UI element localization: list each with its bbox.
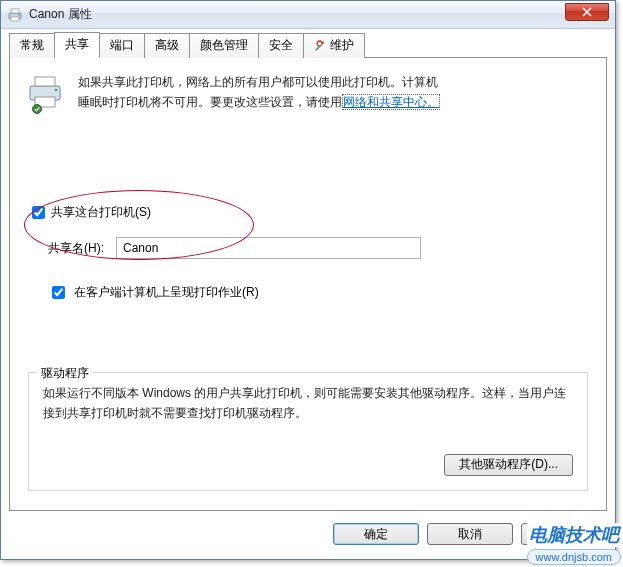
share-section: 共享这台打印机(S) 共享名(H): 在客户端计算机上呈现打印作业(R) <box>26 204 590 302</box>
render-client-checkbox[interactable] <box>52 286 65 299</box>
tab-general[interactable]: 常规 <box>9 33 55 58</box>
drivers-group: 驱动程序 如果运行不同版本 Windows 的用户共享此打印机，则可能需要安装其… <box>28 372 588 491</box>
svg-point-3 <box>18 14 20 16</box>
svg-rect-5 <box>35 77 55 86</box>
drivers-text: 如果运行不同版本 Windows 的用户共享此打印机，则可能需要安装其他驱动程序… <box>43 383 573 424</box>
wrench-icon <box>314 40 326 52</box>
window-title: Canon 属性 <box>29 6 92 23</box>
info-text: 如果共享此打印机，网络上的所有用户都可以使用此打印机。计算机 睡眠时打印机将不可… <box>78 72 440 114</box>
cancel-button[interactable]: 取消 <box>427 523 513 545</box>
share-name-input[interactable] <box>116 237 421 259</box>
properties-dialog: Canon 属性 常规 共享 端口 高级 颜色管理 安全 维护 <box>0 0 616 560</box>
tab-maintenance[interactable]: 维护 <box>303 33 365 58</box>
client-area: 常规 共享 端口 高级 颜色管理 安全 维护 <box>9 35 607 551</box>
ok-button[interactable]: 确定 <box>333 523 419 545</box>
share-printer-row[interactable]: 共享这台打印机(S) <box>32 204 590 221</box>
additional-drivers-button[interactable]: 其他驱动程序(D)... <box>444 454 573 476</box>
close-button[interactable] <box>565 3 609 21</box>
drivers-legend: 驱动程序 <box>37 365 93 382</box>
tab-advanced[interactable]: 高级 <box>144 33 190 58</box>
svg-rect-1 <box>11 9 19 13</box>
tab-color[interactable]: 颜色管理 <box>189 33 259 58</box>
network-center-link[interactable]: 网络和共享中心。 <box>342 94 440 110</box>
svg-point-8 <box>33 105 42 114</box>
share-printer-label: 共享这台打印机(S) <box>51 204 151 221</box>
svg-rect-2 <box>11 17 19 21</box>
svg-point-7 <box>55 89 58 92</box>
printer-share-icon <box>26 72 68 114</box>
watermark-url: www.dnjsb.com <box>527 549 621 565</box>
tab-sharing[interactable]: 共享 <box>54 32 100 58</box>
printer-icon <box>7 7 23 23</box>
info-row: 如果共享此打印机，网络上的所有用户都可以使用此打印机。计算机 睡眠时打印机将不可… <box>26 72 590 114</box>
share-printer-checkbox[interactable] <box>32 206 45 219</box>
tab-ports[interactable]: 端口 <box>99 33 145 58</box>
tab-security[interactable]: 安全 <box>258 33 304 58</box>
title-bar[interactable]: Canon 属性 <box>1 1 615 29</box>
render-client-row[interactable]: 在客户端计算机上呈现打印作业(R) <box>48 283 590 302</box>
share-name-row: 共享名(H): <box>48 237 590 259</box>
watermark: 电脑技术吧 www.dnjsb.com <box>527 523 621 565</box>
close-icon <box>582 7 592 17</box>
share-name-label: 共享名(H): <box>48 240 104 257</box>
tab-panel-sharing: 如果共享此打印机，网络上的所有用户都可以使用此打印机。计算机 睡眠时打印机将不可… <box>9 57 607 511</box>
tab-strip: 常规 共享 端口 高级 颜色管理 安全 维护 <box>9 35 607 57</box>
watermark-title: 电脑技术吧 <box>527 523 621 547</box>
render-client-label: 在客户端计算机上呈现打印作业(R) <box>74 284 259 301</box>
